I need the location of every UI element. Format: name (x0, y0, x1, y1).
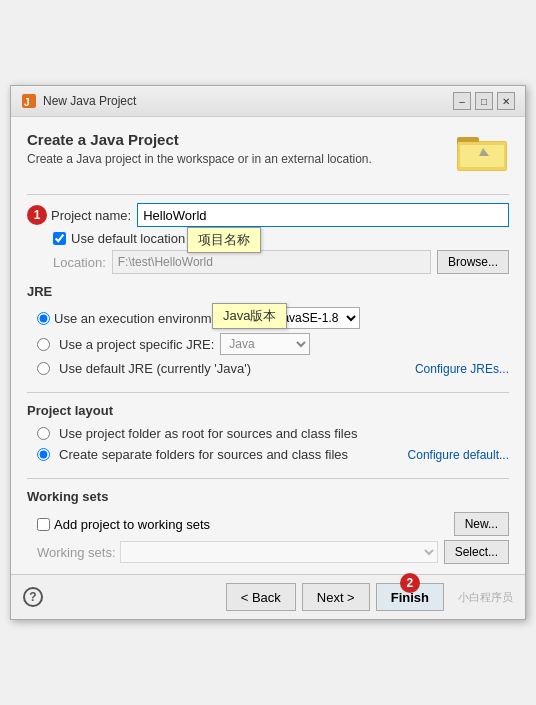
title-bar: J New Java Project – □ ✕ (11, 86, 525, 117)
default-location-row: Use default location (53, 231, 509, 246)
minimize-button[interactable]: – (453, 92, 471, 110)
location-row: Location: Browse... (53, 250, 509, 274)
project-name-section: 1 Project name: 项目名称 (27, 203, 509, 227)
jre-divider (27, 392, 509, 393)
layout-divider (27, 478, 509, 479)
layout-option2-label: Create separate folders for sources and … (59, 447, 348, 462)
add-working-sets-label: Add project to working sets (54, 517, 210, 532)
header-divider (27, 194, 509, 195)
header-text: Create a Java Project Create a Java proj… (27, 131, 457, 166)
layout-option1-radio[interactable] (37, 427, 50, 440)
jre-option3-row: Use default JRE (currently 'Java') Confi… (37, 361, 509, 376)
new-working-set-button[interactable]: New... (454, 512, 509, 536)
layout-option2-radio[interactable] (37, 448, 50, 461)
browse-button[interactable]: Browse... (437, 250, 509, 274)
layout-option2-row: Create separate folders for sources and … (37, 447, 509, 462)
project-name-label: Project name: (51, 208, 131, 223)
watermark: 小白程序员 (458, 590, 513, 605)
footer-left: ? (23, 587, 43, 607)
configure-default-link[interactable]: Configure default... (408, 448, 509, 462)
jre-section: Use an execution environment JRE: JavaSE… (37, 307, 509, 382)
title-bar-left: J New Java Project (21, 93, 136, 109)
header-section: Create a Java Project Create a Java proj… (27, 131, 509, 176)
working-sets-section: Add project to working sets New... Worki… (37, 512, 509, 564)
select-working-set-button[interactable]: Select... (444, 540, 509, 564)
jre-specific-select[interactable]: Java (220, 333, 310, 355)
close-button[interactable]: ✕ (497, 92, 515, 110)
jre-option1-radio[interactable] (37, 312, 50, 325)
default-location-checkbox[interactable] (53, 232, 66, 245)
location-label: Location: (53, 255, 106, 270)
configure-jres-link[interactable]: Configure JREs... (415, 362, 509, 376)
default-location-label: Use default location (71, 231, 185, 246)
page-title: Create a Java Project (27, 131, 457, 148)
content-area: Create a Java Project Create a Java proj… (11, 117, 525, 574)
jre-option2-radio[interactable] (37, 338, 50, 351)
main-window: J New Java Project – □ ✕ Create a Java P… (10, 85, 526, 620)
project-name-tooltip: 项目名称 (187, 227, 261, 253)
working-sets-input-row: Working sets: Select... (37, 540, 509, 564)
jre-option3-radio[interactable] (37, 362, 50, 375)
folder-icon (457, 131, 509, 176)
working-sets-field-label: Working sets: (37, 545, 116, 560)
working-sets-label: Working sets (27, 489, 509, 504)
project-name-annotation: 1 (27, 205, 47, 225)
next-button[interactable]: Next > (302, 583, 370, 611)
maximize-button[interactable]: □ (475, 92, 493, 110)
jre-version-tooltip: Java版本 (212, 303, 287, 329)
finish-annotation: 2 (400, 573, 420, 593)
jre-section-label: JRE (27, 284, 509, 299)
project-name-input[interactable] (137, 203, 509, 227)
window-title: New Java Project (43, 94, 136, 108)
back-button[interactable]: < Back (226, 583, 296, 611)
add-working-sets-checkbox[interactable] (37, 518, 50, 531)
working-sets-select (120, 541, 438, 563)
window-icon: J (21, 93, 37, 109)
location-input (112, 250, 431, 274)
layout-option1-label: Use project folder as root for sources a… (59, 426, 357, 441)
page-description: Create a Java project in the workspace o… (27, 152, 457, 166)
add-to-working-sets-row: Add project to working sets New... (37, 512, 509, 536)
layout-option1-row: Use project folder as root for sources a… (37, 426, 509, 441)
jre-option2-label: Use a project specific JRE: (59, 337, 214, 352)
footer-buttons: < Back Next > 2 Finish 小白程序员 (226, 583, 513, 611)
help-button[interactable]: ? (23, 587, 43, 607)
jre-option1-row: Use an execution environment JRE: JavaSE… (37, 307, 509, 329)
project-layout-section: Use project folder as root for sources a… (37, 426, 509, 468)
jre-option3-label: Use default JRE (currently 'Java') (59, 361, 251, 376)
jre-option2-row: Use a project specific JRE: Java (37, 333, 509, 355)
project-layout-label: Project layout (27, 403, 509, 418)
title-bar-controls[interactable]: – □ ✕ (453, 92, 515, 110)
svg-text:J: J (24, 97, 30, 108)
footer-bar: ? < Back Next > 2 Finish 小白程序员 (11, 574, 525, 619)
